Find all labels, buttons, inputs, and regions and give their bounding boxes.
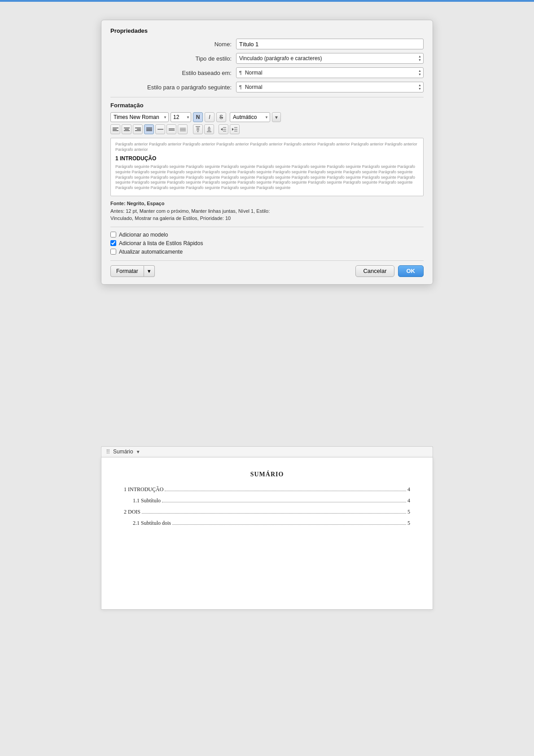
toc-entry-4: 2.1 Subtítulo dois 5 xyxy=(124,520,410,527)
svg-marker-23 xyxy=(208,127,210,127)
label-nome: Nome: xyxy=(110,41,236,48)
color-dropdown-btn[interactable]: ▼ xyxy=(272,112,281,122)
font-toolbar-row: Times New Roman ▼ 12 ▼ N I S Autmático ▼… xyxy=(110,112,424,122)
input-nome[interactable] xyxy=(236,39,424,49)
page-background: Propriedades Nome: Tipo de estilo: Vincu… xyxy=(0,2,534,646)
line-double-icon xyxy=(169,128,175,131)
toc-page-2: 4 xyxy=(407,497,410,504)
tipo-spinner[interactable]: ▲ ▼ xyxy=(418,55,421,62)
format-button-group: Formatar ▼ xyxy=(110,265,155,277)
preview-prev-text: Parágrafo anterior Parágrafo anterior Pa… xyxy=(115,142,419,152)
justify-icon xyxy=(146,127,152,132)
spacing-before-button[interactable] xyxy=(193,124,203,134)
checkbox-add-model[interactable] xyxy=(110,232,116,237)
font-select-wrapper: Times New Roman ▼ xyxy=(110,112,169,122)
form-row-seguinte: Estilo para o parágrafo seguinte: ¶ Norm… xyxy=(110,82,424,92)
italic-button[interactable]: I xyxy=(205,112,214,122)
sumario-toolbar: ⠿ Sumário ▼ xyxy=(101,446,433,457)
preview-heading: 1 INTRODUÇÃO xyxy=(115,155,419,163)
toc-page-1: 4 xyxy=(407,486,410,493)
cancel-button[interactable]: Cancelar xyxy=(355,265,394,277)
increase-indent-icon xyxy=(232,127,238,132)
seguinte-value: Normal xyxy=(245,84,416,90)
toc-dots-3 xyxy=(142,513,406,514)
line-double-button[interactable] xyxy=(166,124,176,134)
toc-dots-1 xyxy=(165,491,406,491)
align-right-icon xyxy=(135,127,141,132)
baseado-value: Normal xyxy=(245,70,416,76)
toc-text-1: 1 INTRODUÇÃO xyxy=(124,486,163,493)
tipo-value: Vinculado (parágrafo e caracteres) xyxy=(239,55,416,62)
decrease-indent-button[interactable] xyxy=(219,124,228,134)
select-baseado[interactable]: ¶ Normal ▲ ▼ xyxy=(236,67,424,78)
align-center-icon xyxy=(124,127,130,132)
toc-text-4: 2.1 Subtítulo dois xyxy=(133,520,171,527)
svg-marker-32 xyxy=(232,128,234,131)
baseado-icon: ¶ xyxy=(239,70,242,75)
seguinte-spinner[interactable]: ▲ ▼ xyxy=(418,84,421,90)
line-single-icon xyxy=(158,128,163,130)
align-right-button[interactable] xyxy=(133,124,143,134)
decrease-indent-icon xyxy=(220,127,227,132)
size-select[interactable]: 12 xyxy=(171,112,191,122)
checkbox-auto-update[interactable] xyxy=(110,249,116,255)
style-properties-dialog: Propriedades Nome: Tipo de estilo: Vincu… xyxy=(101,20,433,285)
align-center-button[interactable] xyxy=(122,124,131,134)
baseado-spinner[interactable]: ▲ ▼ xyxy=(418,69,421,76)
toc-entry-2: 1.1 Subtítulo 4 xyxy=(124,497,410,504)
style-desc-line2: Antes: 12 pt, Manter com o próximo, Mant… xyxy=(110,208,270,214)
label-auto-update: Atualizar automaticamente xyxy=(119,249,183,255)
dialog-footer: Formatar ▼ Cancelar OK xyxy=(110,260,424,277)
style-desc-line3: Vinculado, Mostrar na galeria de Estilos… xyxy=(110,215,231,221)
toc-entry-1: 1 INTRODUÇÃO 4 xyxy=(124,486,410,493)
justify-button[interactable] xyxy=(144,124,154,134)
color-select[interactable]: Autmático xyxy=(230,112,270,122)
ok-button[interactable]: OK xyxy=(398,265,424,277)
label-add-quick-styles: Adicionar à lista de Estilos Rápidos xyxy=(119,240,203,246)
label-seguinte: Estilo para o parágrafo seguinte: xyxy=(110,84,236,91)
label-baseado: Estilo baseado em: xyxy=(110,70,236,76)
style-description: Fonte: Negrito, Espaço Antes: 12 pt, Man… xyxy=(110,200,424,222)
section-title-propriedades: Propriedades xyxy=(110,27,424,34)
select-tipo[interactable]: Vinculado (parágrafo e caracteres) ▲ ▼ xyxy=(236,53,424,64)
dropdown-chevron: ▼ xyxy=(274,115,279,120)
doc-page: SUMÁRIO 1 INTRODUÇÃO 4 1.1 Subtítulo 4 2… xyxy=(101,457,433,610)
label-add-model: Adicionar ao modelo xyxy=(119,232,168,238)
style-preview: Parágrafo anterior Parágrafo anterior Pa… xyxy=(110,138,424,196)
sumario-toolbar-arrow[interactable]: ▼ xyxy=(136,449,140,454)
line-single-button[interactable] xyxy=(155,124,165,134)
format-dropdown-arrow: ▼ xyxy=(147,268,152,274)
line-triple-icon xyxy=(180,127,186,132)
strikethrough-button[interactable]: S xyxy=(216,112,226,122)
line-triple-button[interactable] xyxy=(178,124,188,134)
svg-marker-28 xyxy=(221,128,223,131)
align-left-button[interactable] xyxy=(110,124,120,134)
toc-dots-4 xyxy=(172,524,406,525)
svg-marker-22 xyxy=(197,131,199,132)
sumario-toolbar-label: Sumário xyxy=(113,448,133,455)
seguinte-icon: ¶ xyxy=(239,84,242,90)
spacing-before-icon xyxy=(195,126,201,132)
color-select-wrapper: Autmático ▼ xyxy=(230,112,270,122)
size-select-wrapper: 12 ▼ xyxy=(171,112,191,122)
checkbox-row-model: Adicionar ao modelo xyxy=(110,232,424,238)
select-seguinte[interactable]: ¶ Normal ▲ ▼ xyxy=(236,82,424,92)
spacing-after-button[interactable] xyxy=(204,124,214,134)
font-select[interactable]: Times New Roman xyxy=(110,112,169,122)
preview-next-text: Parágrafo seguinte Parágrafo seguinte Pa… xyxy=(115,164,419,190)
format-arrow-button[interactable]: ▼ xyxy=(144,265,155,277)
checkbox-add-quick-styles[interactable] xyxy=(110,240,116,246)
increase-indent-button[interactable] xyxy=(230,124,240,134)
bold-button[interactable]: N xyxy=(193,112,203,122)
sumario-drag-handle[interactable]: ⠿ xyxy=(106,448,110,455)
toc-text-2: 1.1 Subtítulo xyxy=(133,497,161,504)
spacing-after-icon xyxy=(206,126,212,132)
section-title-formatacao: Formatação xyxy=(110,102,424,109)
bottom-spacer xyxy=(0,610,534,646)
align-left-icon xyxy=(113,127,118,132)
format-main-button[interactable]: Formatar xyxy=(110,265,144,277)
checkbox-row-quick: Adicionar à lista de Estilos Rápidos xyxy=(110,240,424,246)
divider-1 xyxy=(110,97,424,97)
spacer-area xyxy=(0,294,534,446)
toc-dots-2 xyxy=(162,502,406,502)
